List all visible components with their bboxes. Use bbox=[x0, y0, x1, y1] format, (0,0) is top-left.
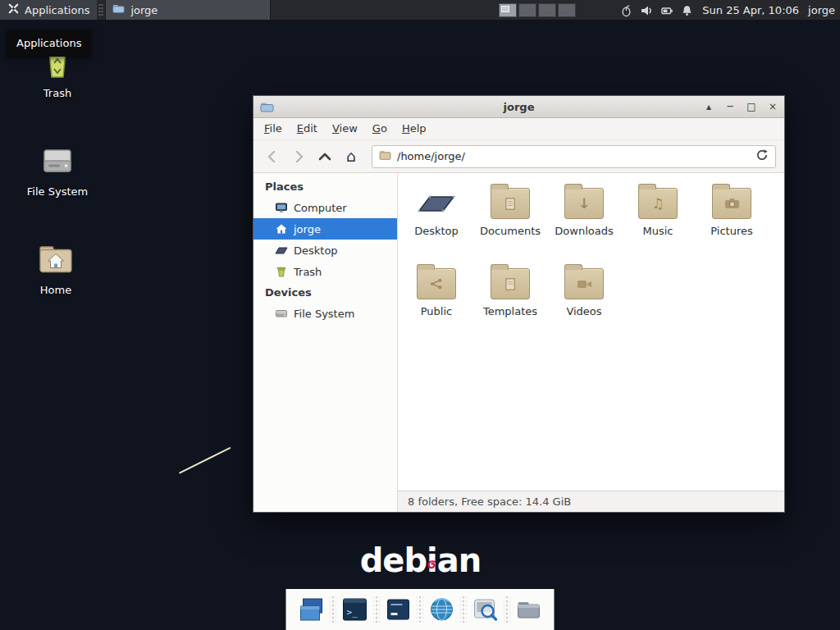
folder-pictures[interactable]: Pictures bbox=[695, 183, 769, 263]
places-sidebar: Places Computer jorge bbox=[253, 173, 398, 512]
sidebar-item-jorge[interactable]: jorge bbox=[253, 218, 397, 240]
path-input[interactable]: /home/jorge/ bbox=[397, 150, 750, 162]
sidebar-item-file-system[interactable]: File System bbox=[253, 303, 397, 324]
folder-documents[interactable]: Documents bbox=[473, 183, 547, 263]
workspace-window-thumb bbox=[501, 6, 509, 12]
sidebar-item-desktop[interactable]: Desktop bbox=[253, 240, 397, 261]
dock-item-panel-app[interactable] bbox=[380, 589, 418, 630]
folder-videos[interactable]: Videos bbox=[547, 263, 621, 344]
menu-file[interactable]: File bbox=[257, 118, 290, 139]
forward-button[interactable] bbox=[288, 146, 309, 167]
dock-separator bbox=[374, 596, 380, 623]
up-button[interactable] bbox=[314, 146, 336, 167]
system-tray bbox=[620, 4, 693, 17]
desktop-icon-label: Trash bbox=[20, 87, 95, 99]
folder-icon bbox=[712, 188, 751, 219]
applications-menu-button[interactable]: Applications bbox=[0, 0, 97, 20]
music-emblem-icon: ♫ bbox=[639, 189, 677, 218]
trash-icon bbox=[275, 265, 288, 278]
panel-handle[interactable] bbox=[98, 3, 103, 16]
drive-icon bbox=[39, 142, 76, 180]
dock-item-file-manager[interactable] bbox=[510, 589, 548, 630]
home-folder-icon bbox=[37, 240, 75, 278]
dock-separator bbox=[461, 596, 467, 623]
path-bar[interactable]: /home/jorge/ bbox=[372, 145, 776, 168]
notifications-bell-icon[interactable] bbox=[681, 4, 693, 17]
folder-label: Templates bbox=[473, 305, 547, 317]
dock-item-desktop[interactable] bbox=[293, 589, 331, 630]
minimize-button[interactable]: ─ bbox=[725, 96, 735, 117]
taskbar-window-button[interactable]: jorge bbox=[105, 0, 271, 20]
desktop-icon-label: File System bbox=[20, 185, 95, 198]
desktop-surface-icon bbox=[417, 183, 456, 219]
debian-swirl-icon bbox=[427, 541, 438, 578]
window-icon bbox=[260, 100, 274, 114]
folder-icon bbox=[564, 268, 604, 299]
template-emblem-icon bbox=[491, 269, 529, 299]
menu-help[interactable]: Help bbox=[395, 118, 434, 139]
workspace-3[interactable] bbox=[538, 3, 556, 17]
svg-text:>_: >_ bbox=[347, 607, 358, 618]
file-view[interactable]: Desktop Documents bbox=[398, 173, 784, 491]
dock-separator bbox=[418, 596, 423, 623]
menu-go[interactable]: Go bbox=[365, 118, 395, 139]
workspace-4[interactable] bbox=[558, 3, 576, 17]
dock: >_ bbox=[286, 589, 555, 630]
sidebar-item-label: jorge bbox=[294, 223, 321, 235]
menu-edit[interactable]: Edit bbox=[290, 118, 325, 139]
desktop-icon bbox=[275, 244, 288, 257]
volume-icon[interactable] bbox=[640, 4, 653, 17]
power-battery-icon[interactable] bbox=[660, 4, 673, 17]
home-icon bbox=[275, 222, 288, 235]
path-folder-icon bbox=[379, 148, 391, 164]
folder-icon bbox=[514, 595, 544, 624]
close-button[interactable]: × bbox=[768, 96, 778, 117]
debian-logo: debian bbox=[353, 541, 488, 579]
sidebar-item-label: Trash bbox=[294, 266, 322, 278]
home-button[interactable]: ⌂ bbox=[340, 146, 362, 167]
sidebar-item-label: Desktop bbox=[294, 244, 338, 257]
desktop-icon-home[interactable]: Home bbox=[18, 240, 94, 296]
sidebar-places-header: Places bbox=[253, 176, 397, 197]
dock-item-web-browser[interactable] bbox=[423, 589, 461, 630]
video-emblem-icon bbox=[565, 269, 603, 299]
workspace-1[interactable] bbox=[499, 3, 517, 17]
folder-icon bbox=[417, 268, 456, 299]
sidebar-item-computer[interactable]: Computer bbox=[253, 197, 397, 218]
folder-downloads[interactable]: ↓ Downloads bbox=[547, 183, 621, 263]
folder-label: Desktop bbox=[399, 225, 473, 237]
applications-menu-label: Applications bbox=[25, 4, 89, 16]
menu-view[interactable]: View bbox=[325, 118, 365, 139]
share-emblem-icon bbox=[418, 269, 455, 299]
folder-music[interactable]: ♫ Music bbox=[621, 183, 695, 263]
computer-icon bbox=[275, 201, 288, 214]
terminal-icon: >_ bbox=[340, 595, 370, 624]
globe-icon bbox=[427, 595, 457, 624]
titlebar[interactable]: jorge ▴ ─ □ × bbox=[253, 96, 784, 118]
back-button[interactable] bbox=[262, 146, 283, 167]
windows-icon bbox=[297, 595, 326, 624]
dock-item-terminal[interactable]: >_ bbox=[336, 589, 374, 630]
input-device-icon[interactable] bbox=[620, 4, 632, 17]
refresh-icon[interactable] bbox=[756, 148, 769, 165]
maximize-button[interactable]: □ bbox=[746, 96, 756, 117]
sidebar-devices-header: Devices bbox=[253, 282, 397, 303]
workspace-switcher bbox=[499, 3, 576, 17]
desktop-icon-file-system[interactable]: File System bbox=[20, 142, 95, 198]
desktop-icon-label: Home bbox=[18, 284, 94, 296]
panel-username: jorge bbox=[808, 4, 835, 16]
sidebar-item-trash[interactable]: Trash bbox=[253, 261, 397, 282]
clock[interactable]: Sun 25 Apr, 10:06 bbox=[702, 4, 799, 16]
dock-item-app-finder[interactable] bbox=[467, 589, 504, 630]
toolbar: ⌂ /home/jorge/ bbox=[253, 140, 784, 173]
folder-public[interactable]: Public bbox=[399, 263, 473, 344]
workspace-2[interactable] bbox=[518, 3, 536, 17]
top-panel: Applications jorge bbox=[0, 0, 840, 21]
folder-templates[interactable]: Templates bbox=[473, 263, 547, 344]
applications-tooltip: Applications bbox=[7, 30, 91, 57]
applications-menu-icon bbox=[7, 2, 20, 17]
shade-button[interactable]: ▴ bbox=[704, 96, 714, 117]
document-emblem-icon bbox=[491, 189, 529, 218]
folder-desktop[interactable]: Desktop bbox=[399, 183, 473, 263]
folder-label: Documents bbox=[473, 225, 547, 237]
